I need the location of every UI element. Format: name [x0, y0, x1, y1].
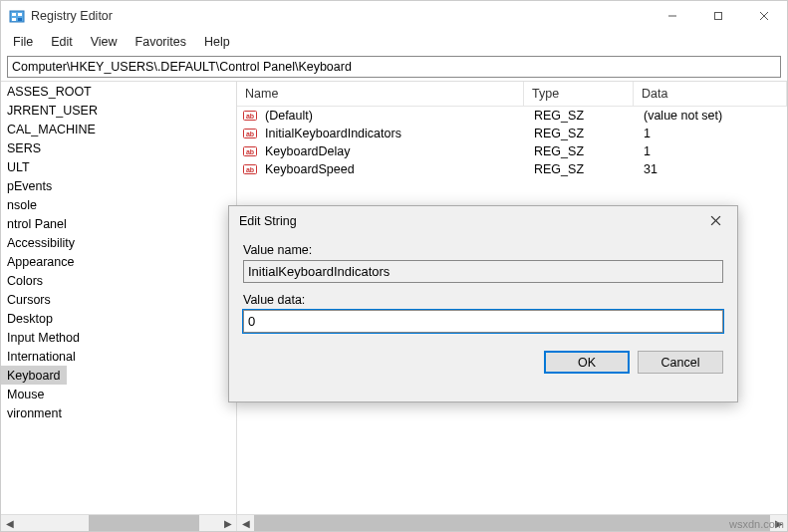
cell-name: KeyboardDelay: [257, 142, 526, 160]
tree-item[interactable]: ULT: [1, 157, 236, 176]
svg-rect-2: [18, 13, 22, 16]
watermark: wsxdn.com: [729, 518, 784, 530]
tree-item[interactable]: ntrol Panel: [1, 214, 236, 233]
tree-item[interactable]: pEvents: [1, 176, 236, 195]
table-row[interactable]: abInitialKeyboardIndicatorsREG_SZ1: [237, 125, 787, 142]
window-controls: [650, 1, 787, 31]
tree-hscrollbar[interactable]: ◀ ▶: [1, 514, 236, 531]
minimize-button[interactable]: [650, 1, 695, 31]
tree-scroll-track[interactable]: [18, 515, 219, 531]
tree-item[interactable]: nsole: [1, 195, 236, 214]
titlebar: Registry Editor: [1, 1, 787, 31]
menu-help[interactable]: Help: [196, 33, 238, 51]
tree-item[interactable]: CAL_MACHINE: [1, 120, 236, 138]
svg-rect-6: [715, 13, 722, 20]
tree-scroll-thumb[interactable]: [89, 515, 199, 531]
cell-type: REG_SZ: [526, 107, 636, 125]
value-name-field[interactable]: [243, 260, 723, 283]
svg-text:ab: ab: [246, 131, 254, 137]
value-data-field[interactable]: [243, 310, 723, 333]
string-value-icon: ab: [243, 109, 257, 123]
app-icon: [9, 8, 25, 24]
tree-item[interactable]: SERS: [1, 138, 236, 157]
cancel-button[interactable]: Cancel: [638, 351, 723, 374]
tree-item[interactable]: ASSES_ROOT: [1, 82, 236, 101]
string-value-icon: ab: [243, 162, 257, 176]
table-row[interactable]: abKeyboardSpeedREG_SZ31: [237, 160, 787, 178]
dialog-close-button[interactable]: [704, 212, 727, 229]
close-button[interactable]: [741, 1, 787, 31]
value-data-label: Value data:: [243, 293, 723, 307]
list-hscrollbar[interactable]: ◀ ▶: [237, 514, 787, 531]
menu-file[interactable]: File: [5, 33, 41, 51]
string-value-icon: ab: [243, 144, 257, 158]
tree-pane: ASSES_ROOTJRRENT_USERCAL_MACHINESERSULTp…: [1, 82, 237, 531]
address-bar[interactable]: Computer\HKEY_USERS\.DEFAULT\Control Pan…: [7, 56, 781, 78]
scroll-left-icon[interactable]: ◀: [1, 515, 18, 531]
dialog-body: Value name: Value data:: [229, 235, 737, 343]
tree-item[interactable]: Keyboard: [1, 366, 67, 385]
list-scroll-thumb[interactable]: [254, 515, 770, 531]
cell-type: REG_SZ: [526, 142, 636, 160]
tree-item[interactable]: Colors: [1, 271, 236, 290]
table-row[interactable]: abKeyboardDelayREG_SZ1: [237, 142, 787, 160]
ok-button[interactable]: OK: [544, 351, 630, 374]
cell-data: 1: [636, 142, 787, 160]
tree-item[interactable]: JRRENT_USER: [1, 101, 236, 120]
cell-data: 31: [636, 160, 787, 178]
cell-name: (Default): [257, 107, 526, 125]
tree-item[interactable]: Appearance: [1, 252, 236, 271]
menu-edit[interactable]: Edit: [43, 33, 81, 51]
tree-item[interactable]: Accessibility: [1, 233, 236, 252]
list-body[interactable]: ab(Default)REG_SZ(value not set)abInitia…: [237, 107, 787, 178]
tree-item[interactable]: International: [1, 347, 236, 366]
cell-type: REG_SZ: [526, 160, 636, 178]
table-row[interactable]: ab(Default)REG_SZ(value not set): [237, 107, 787, 125]
svg-rect-3: [12, 18, 16, 21]
column-header-name[interactable]: Name: [237, 82, 524, 106]
tree-item[interactable]: Desktop: [1, 309, 236, 328]
list-header: Name Type Data: [237, 82, 787, 107]
cell-name: InitialKeyboardIndicators: [257, 125, 526, 142]
scroll-right-icon[interactable]: ▶: [219, 515, 236, 531]
dialog-title: Edit String: [239, 214, 704, 228]
svg-text:ab: ab: [246, 148, 254, 155]
cell-type: REG_SZ: [526, 125, 636, 142]
scroll-left-icon[interactable]: ◀: [237, 515, 254, 531]
svg-text:ab: ab: [246, 113, 254, 120]
menubar: File Edit View Favorites Help: [1, 31, 787, 53]
menu-favorites[interactable]: Favorites: [128, 33, 194, 51]
list-scroll-track[interactable]: [254, 515, 770, 531]
dialog-button-row: OK Cancel: [229, 343, 737, 386]
string-value-icon: ab: [243, 127, 257, 140]
tree-item[interactable]: vironment: [1, 403, 236, 422]
dialog-titlebar: Edit String: [229, 206, 737, 235]
column-header-type[interactable]: Type: [524, 82, 634, 106]
svg-rect-4: [18, 18, 22, 21]
cell-data: 1: [636, 125, 787, 142]
tree-item[interactable]: Mouse: [1, 385, 236, 403]
svg-rect-1: [12, 13, 16, 16]
tree-item[interactable]: Input Method: [1, 328, 236, 347]
svg-text:ab: ab: [246, 166, 254, 173]
tree-item[interactable]: Cursors: [1, 290, 236, 309]
cell-name: KeyboardSpeed: [257, 160, 526, 178]
edit-string-dialog: Edit String Value name: Value data: OK C…: [228, 205, 738, 402]
menu-view[interactable]: View: [83, 33, 126, 51]
column-header-data[interactable]: Data: [634, 82, 787, 106]
cell-data: (value not set): [636, 107, 787, 125]
value-name-label: Value name:: [243, 243, 723, 257]
maximize-button[interactable]: [695, 1, 741, 31]
window-title: Registry Editor: [31, 9, 650, 23]
tree[interactable]: ASSES_ROOTJRRENT_USERCAL_MACHINESERSULTp…: [1, 82, 236, 514]
